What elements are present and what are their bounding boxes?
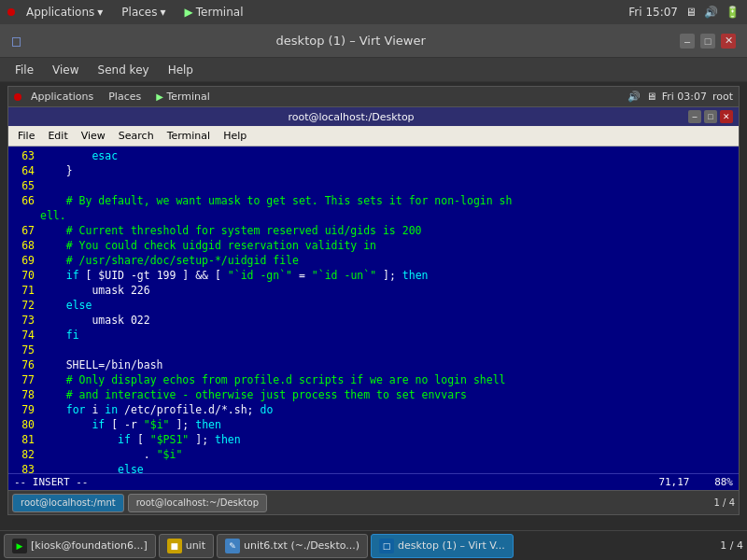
view-menu[interactable]: View [45, 62, 86, 78]
taskbar-page: 1 / 4 [720, 539, 743, 552]
code-line-82: 82 . "$i" [8, 447, 739, 462]
sendkey-menu[interactable]: Send key [91, 62, 157, 78]
unit-task-icon: ■ [167, 539, 182, 553]
close-button[interactable]: ✕ [721, 34, 736, 49]
code-line-66: 66 # By default, we want umask to get se… [8, 193, 739, 208]
vm-window: Applications Places ▶ Terminal 🔊 🖥 Fri 0… [7, 86, 740, 515]
task-editor-label: unit6.txt (~./Deskto...) [244, 539, 359, 552]
status-bar: -- INSERT -- 71,17 88% [8, 473, 739, 490]
code-line-79: 79 for i in /etc/profile.d/*.sh; do [8, 402, 739, 417]
vm-applications-menu[interactable]: Applications [25, 90, 99, 104]
system-time: Fri 15:07 [628, 6, 678, 19]
terminal-task-icon: ▶ [12, 539, 27, 553]
system-bar-right: Fri 15:07 🖥 🔊 🔋 [628, 6, 740, 19]
places-menu[interactable]: Places ▾ [114, 4, 173, 21]
places-arrow: ▾ [161, 6, 166, 19]
task-editor[interactable]: ✎ unit6.txt (~./Deskto...) [217, 534, 368, 558]
window-title-bar: □ desktop (1) – Virt Viewer – □ ✕ [0, 24, 747, 58]
code-line-78: 78 # and interactive - otherwise just pr… [8, 387, 739, 402]
code-line-76: 76 SHELL=/bin/bash [8, 357, 739, 372]
term-file-menu[interactable]: File [12, 129, 40, 143]
vm-topbar-left: Applications Places ▶ Terminal [14, 90, 216, 104]
vm-volume-icon: 🔊 [627, 91, 641, 103]
code-line-80: 80 if [ -r "$i" ]; then [8, 417, 739, 432]
vm-places-menu[interactable]: Places [103, 90, 147, 104]
code-line-67: 67 # Current threshold for system reserv… [8, 223, 739, 238]
vm-title-text: root@localhost:/Desktop [14, 111, 688, 123]
window-controls: – □ ✕ [680, 34, 736, 49]
applications-menu[interactable]: Applications ▾ [19, 4, 110, 21]
task-unit-label: unit [186, 539, 205, 552]
help-menu[interactable]: Help [161, 62, 201, 78]
vm-titlebar: root@localhost:/Desktop – □ ✕ [8, 107, 739, 126]
code-line-70: 70 if [ $UID -gt 199 ] && [ "`id -gn`" =… [8, 268, 739, 283]
code-line-81: 81 if [ "$PS1" ]; then [8, 432, 739, 447]
places-label: Places [121, 6, 157, 19]
cursor-position: 71,17 88% [658, 476, 733, 488]
window-icon: □ [11, 35, 21, 48]
display-icon: 🖥 [685, 6, 697, 19]
vm-task-mnt[interactable]: root@localhost:/mnt [12, 494, 124, 512]
vm-network-icon: 🖥 [646, 91, 656, 103]
code-line-63: 63 esac [8, 148, 739, 163]
code-line-69: 69 # /usr/share/doc/setup-*/uidgid file [8, 253, 739, 268]
task-virt-label: desktop (1) – Virt V... [398, 539, 505, 552]
volume-icon: 🔊 [704, 6, 718, 19]
terminal-label: Terminal [196, 6, 244, 19]
menu-bar: File View Send key Help [0, 58, 747, 82]
vm-task-page: 1 / 4 [714, 497, 735, 508]
code-line-71: 71 umask 226 [8, 283, 739, 298]
vm-topbar-right: 🔊 🖥 Fri 03:07 root [627, 91, 733, 103]
term-edit-menu[interactable]: Edit [42, 129, 73, 143]
vm-time: Fri 03:07 [662, 91, 707, 103]
terminal-menu[interactable]: ▶ Terminal [177, 4, 251, 21]
code-area[interactable]: 63 esac 64 } 65 66 # By default, we want… [8, 147, 739, 473]
code-line-72: 72 else [8, 298, 739, 313]
term-view-menu[interactable]: View [76, 129, 111, 143]
window-title: desktop (1) – Virt Viewer [276, 34, 426, 48]
task-terminal-label: [kiosk@foundation6...] [31, 539, 148, 552]
terminal-icon: ▶ [185, 6, 193, 19]
battery-icon: 🔋 [726, 6, 740, 19]
vm-title-buttons: – □ ✕ [688, 110, 733, 123]
system-bar-left: Applications ▾ Places ▾ ▶ Terminal [7, 4, 250, 21]
term-help-menu[interactable]: Help [218, 129, 252, 143]
vm-user: root [712, 91, 733, 103]
vm-terminal-menu[interactable]: ▶ Terminal [150, 90, 216, 104]
vm-distro-icon [14, 93, 21, 101]
task-terminal[interactable]: ▶ [kiosk@foundation6...] [4, 534, 156, 558]
code-line-73: 73 umask 022 [8, 313, 739, 328]
code-line-77: 77 # Only display echos from profile.d s… [8, 372, 739, 387]
vm-maximize-btn[interactable]: □ [704, 110, 717, 123]
code-line-65: 65 [8, 178, 739, 193]
distro-icon [7, 8, 15, 16]
vm-topbar: Applications Places ▶ Terminal 🔊 🖥 Fri 0… [8, 87, 739, 107]
term-search-menu[interactable]: Search [113, 129, 160, 143]
vim-mode: -- INSERT -- [14, 476, 88, 488]
code-line-66b: 66 ell. [8, 208, 739, 223]
terminal-menubar: File Edit View Search Terminal Help [8, 126, 739, 147]
vm-minimize-btn[interactable]: – [688, 110, 701, 123]
task-virtviewer[interactable]: □ desktop (1) – Virt V... [371, 534, 514, 558]
maximize-button[interactable]: □ [700, 34, 715, 49]
system-bar: Applications ▾ Places ▾ ▶ Terminal Fri 1… [0, 0, 747, 24]
vm-task-desktop[interactable]: root@localhost:~/Desktop [128, 494, 267, 512]
file-menu[interactable]: File [7, 62, 41, 78]
code-line-75: 75 [8, 343, 739, 357]
bottom-taskbar: ▶ [kiosk@foundation6...] ■ unit ✎ unit6.… [0, 530, 747, 560]
minimize-button[interactable]: – [680, 34, 695, 49]
applications-arrow: ▾ [97, 6, 103, 19]
code-line-64: 64 } [8, 163, 739, 178]
code-line-83: 83 else [8, 462, 739, 473]
vm-taskbar: root@localhost:/mnt root@localhost:~/Des… [8, 490, 739, 514]
task-unit[interactable]: ■ unit [159, 534, 214, 558]
editor-task-icon: ✎ [225, 539, 240, 553]
vm-close-btn[interactable]: ✕ [720, 110, 733, 123]
applications-label: Applications [26, 6, 94, 19]
virtviewer-task-icon: □ [379, 539, 394, 553]
code-line-68: 68 # You could check uidgid reservation … [8, 238, 739, 253]
code-line-74: 74 fi [8, 328, 739, 343]
term-terminal-menu[interactable]: Terminal [162, 129, 217, 143]
